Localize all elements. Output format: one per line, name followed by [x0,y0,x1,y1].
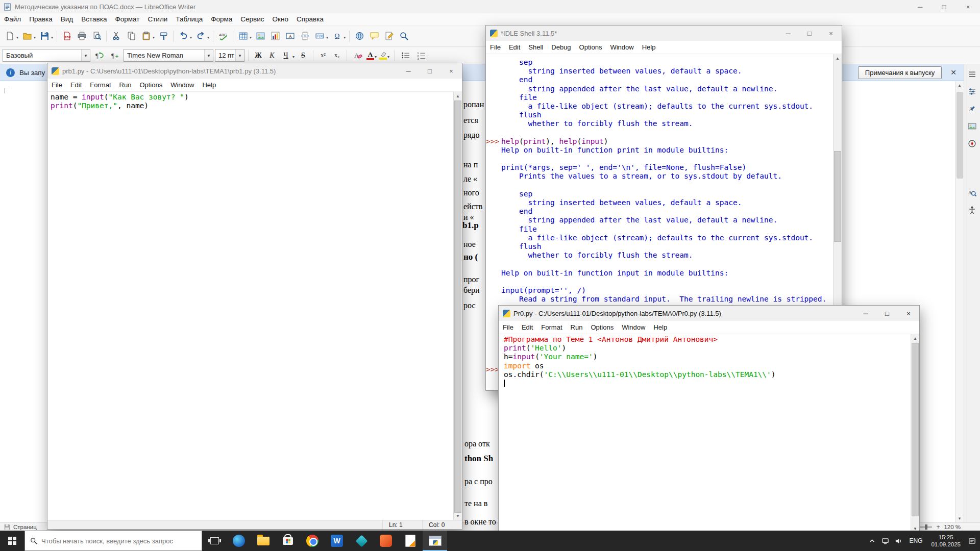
dropdown-arrow-icon[interactable]: ▾ [375,55,377,59]
sidebar-styles-icon[interactable]: A [967,104,977,114]
taskbar-search[interactable] [24,531,202,551]
update-style-button[interactable]: ¶ [92,48,106,63]
start-button[interactable] [0,531,24,551]
menu-item-вид[interactable]: Вид [57,15,77,23]
bold-button[interactable]: Ж [252,49,264,62]
chevron-down-icon[interactable]: ▾ [204,49,213,61]
insert-table-button[interactable] [236,29,250,44]
menu-item-file[interactable]: File [47,81,66,89]
menu-item-сервис[interactable]: Сервис [236,15,268,23]
minimize-button[interactable]: ─ [855,306,876,321]
prb1-title-bar[interactable]: prb1.py - C:\Users\u111-01\Desktop\pytho… [47,63,462,79]
prb1-scrollbar[interactable]: ▲ ▼ [453,92,462,520]
sidebar-accessibility-icon[interactable] [967,205,977,215]
insert-field-button[interactable]: F(x) [312,29,327,44]
menu-item-window[interactable]: Window [166,81,198,89]
insert-text-box-button[interactable]: A [283,29,297,44]
taskbar-app-store[interactable] [276,531,300,551]
superscript-button[interactable]: x² [317,49,329,62]
volume-icon[interactable] [892,531,904,551]
dropdown-arrow-icon[interactable]: ▾ [387,55,389,59]
scroll-down-icon[interactable]: ▼ [955,514,964,522]
scroll-down-icon[interactable]: ▼ [454,512,462,520]
print-preview-button[interactable] [89,29,104,44]
dropdown-arrow-icon[interactable]: ▾ [250,35,252,40]
insert-image-button[interactable] [253,29,267,44]
writer-close-button[interactable]: × [956,0,980,13]
highlight-color-button[interactable] [379,49,387,62]
sidebar-settings-icon[interactable] [967,69,977,79]
search-input[interactable] [41,537,197,545]
taskbar-app-orange[interactable] [374,531,398,551]
infobar-close-icon[interactable]: ✕ [950,68,957,77]
scroll-up-icon[interactable]: ▲ [454,92,462,100]
menu-item-формат[interactable]: Формат [111,15,143,23]
sidebar-navigator-icon[interactable] [967,138,977,148]
save-button[interactable] [37,29,52,44]
cut-button[interactable] [109,29,124,44]
clone-formatting-button[interactable] [156,29,170,44]
menu-item-window[interactable]: Window [618,323,649,331]
menu-item-справка[interactable]: Справка [292,15,328,23]
zoom-in-icon[interactable]: + [936,523,940,531]
menu-item-help[interactable]: Help [638,43,660,51]
menu-item-file[interactable]: File [486,43,505,51]
menu-item-options[interactable]: Options [575,43,606,51]
clear-formatting-button[interactable]: A [351,48,365,63]
minimize-button[interactable]: ─ [777,26,799,41]
menu-item-shell[interactable]: Shell [524,43,547,51]
pr0-text-area[interactable]: #Программа по Теме 1 <Антонов Дмитрий Ан… [499,334,911,533]
dropdown-arrow-icon[interactable]: ▾ [326,35,328,40]
insert-chart-button[interactable] [268,29,282,44]
sidebar-gallery-icon[interactable] [967,121,977,131]
menu-item-вставка[interactable]: Вставка [77,15,111,23]
paragraph-style-combobox[interactable]: Базовый▾ [3,49,90,62]
taskbar-app-diamond[interactable] [349,531,374,551]
writer-maximize-button[interactable]: □ [932,0,956,13]
release-notes-button[interactable]: Примечания к выпуску [858,66,942,79]
chevron-down-icon[interactable]: ▾ [81,49,90,61]
strikethrough-button[interactable]: S [297,49,309,62]
task-view-button[interactable] [202,531,227,551]
menu-item-options[interactable]: Options [135,81,166,89]
menu-item-window[interactable]: Window [606,43,638,51]
menu-item-run[interactable]: Run [567,323,587,331]
insert-special-character-button[interactable]: Ω [330,29,344,44]
menu-item-run[interactable]: Run [115,81,136,89]
taskbar-app-edge[interactable] [227,531,251,551]
bullet-list-button[interactable] [398,48,412,63]
dropdown-arrow-icon[interactable]: ▾ [344,35,346,40]
taskbar-app-word[interactable]: W [325,531,349,551]
dropdown-arrow-icon[interactable]: ▾ [16,35,18,40]
language-indicator[interactable]: ENG [905,537,926,544]
writer-minimize-button[interactable]: ─ [908,0,932,13]
writer-title-bar[interactable]: Методические указания по ПОАС.docx — Lib… [0,0,980,13]
dropdown-arrow-icon[interactable]: ▾ [51,35,53,40]
taskbar-app-file-explorer[interactable] [251,531,276,551]
close-button[interactable]: × [820,26,842,41]
chevron-down-icon[interactable]: ▾ [235,49,244,61]
underline-button[interactable]: Ч [280,49,292,62]
scroll-up-icon[interactable]: ▲ [911,334,919,342]
menu-item-стили[interactable]: Стили [143,15,172,23]
sidebar-style-inspector-icon[interactable]: A [967,187,977,197]
font-size-combobox[interactable]: 12 пт▾ [215,49,244,62]
menu-item-help[interactable]: Help [649,323,671,331]
open-button[interactable] [20,29,34,44]
find-replace-button[interactable] [397,29,411,44]
font-name-combobox[interactable]: Times New Roman▾ [124,49,213,62]
dropdown-arrow-icon[interactable]: ▾ [292,55,295,59]
menu-item-файл[interactable]: Файл [0,15,25,23]
export-pdf-button[interactable]: PDF [60,29,74,44]
menu-item-форма[interactable]: Форма [207,15,236,23]
paste-button[interactable] [139,29,153,44]
print-button[interactable] [75,29,89,44]
taskbar-app-chrome[interactable] [300,531,325,551]
menu-item-file[interactable]: File [499,323,518,331]
undo-button[interactable] [176,29,190,44]
pr0-scrollbar[interactable]: ▲ ▼ [911,334,919,533]
zoom-slider-thumb[interactable] [925,524,927,530]
maximize-button[interactable]: □ [876,306,898,321]
menu-item-edit[interactable]: Edit [518,323,537,331]
subscript-button[interactable]: x₂ [331,49,343,62]
